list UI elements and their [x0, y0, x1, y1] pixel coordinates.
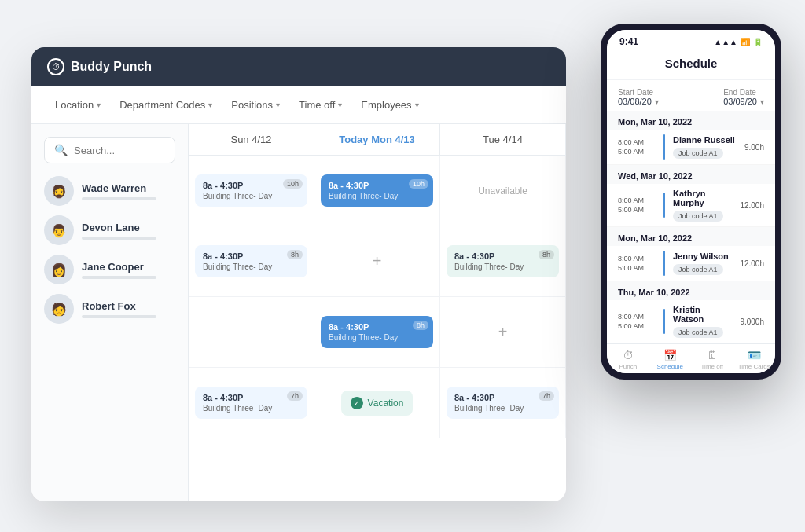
- grid-cell[interactable]: +: [314, 226, 440, 296]
- phone-shift-name: Dianne Russell: [673, 135, 737, 145]
- phone-nav-timeoff[interactable]: 🗓 Time off: [691, 349, 733, 370]
- search-icon: 🔍: [54, 144, 68, 156]
- phone-day-header: Wed, Mar 10, 2022: [607, 165, 775, 184]
- grid-cell[interactable]: 8a - 4:30P Building Three- Day 7h: [440, 368, 566, 438]
- phone-status-bar: 9:41 ▲▲▲ 📶 🔋: [607, 30, 775, 50]
- phone-shift-times: 8:00 AM 5:00 AM: [618, 313, 656, 330]
- employee-bar: [82, 276, 156, 279]
- list-item[interactable]: 🧑 Robert Fox: [44, 294, 175, 324]
- grid-cell[interactable]: 8a - 4:30P Building Three- Day 8h: [440, 226, 566, 296]
- phone-header: Schedule: [607, 50, 775, 80]
- end-date-label: End Date: [723, 88, 764, 97]
- signal-icon: ▲▲▲: [714, 38, 737, 46]
- chevron-icon: ▾: [276, 101, 280, 109]
- shift-card-teal[interactable]: 8a - 4:30P Building Three- Day 8h: [447, 245, 559, 277]
- grid-cell[interactable]: 8a - 4:30P Building Three- Day 10h: [314, 156, 440, 226]
- phone-day-header: Mon, Mar 10, 2022: [607, 111, 775, 130]
- nav-positions[interactable]: Positions ▾: [223, 94, 288, 116]
- search-box[interactable]: 🔍: [44, 137, 175, 163]
- search-input[interactable]: [74, 145, 165, 156]
- phone-nav-timecards[interactable]: 🪪 Time Cards: [733, 349, 776, 370]
- employee-list: 🧔 Wade Warren 👨 Devon Lane 👩: [44, 176, 175, 324]
- employee-name: Jane Cooper: [82, 261, 175, 273]
- grid-cell[interactable]: 8a - 4:30P Building Three- Day 8h: [189, 226, 314, 296]
- chevron-icon: ▾: [97, 101, 101, 109]
- punch-label: Punch: [619, 363, 637, 370]
- list-item[interactable]: 👩 Jane Cooper: [44, 255, 175, 284]
- shift-time: 8a - 4:30P: [203, 251, 300, 261]
- col-header-mon: Today Mon 4/13: [314, 124, 440, 155]
- grid-cell[interactable]: 8a - 4:30P Building Three- Day 7h: [189, 368, 314, 438]
- avatar: 👨: [44, 215, 74, 245]
- desktop-app: ⏱ Buddy Punch Location ▾ Department Code…: [31, 47, 566, 501]
- phone-time: 9:41: [619, 36, 638, 47]
- shift-card-today[interactable]: 8a - 4:30P Building Three- Day 10h: [321, 174, 433, 207]
- phone-date-row[interactable]: Start Date 03/08/20 ▾ End Date 03/09/20 …: [607, 80, 775, 111]
- nav-department[interactable]: Department Codes ▾: [112, 94, 220, 116]
- shift-card[interactable]: 8a - 4:30P Building Three- Day 7h: [195, 387, 307, 419]
- shift-badge: 10h: [283, 179, 303, 189]
- unavailable-label: Unavailable: [478, 185, 527, 196]
- list-item[interactable]: 🧔 Wade Warren: [44, 176, 175, 206]
- phone-shift-times: 8:00 AM 5:00 AM: [618, 196, 656, 214]
- nav-location[interactable]: Location ▾: [47, 94, 108, 116]
- employee-info: Wade Warren: [82, 182, 175, 200]
- list-item[interactable]: 👨 Devon Lane: [44, 215, 175, 245]
- battery-icon: 🔋: [753, 38, 763, 46]
- phone-shift-item[interactable]: 8:00 AM 5:00 AM Kristin Watson Job code …: [607, 300, 775, 343]
- grid-cell[interactable]: 8a - 4:30P Building Three- Day 10h: [189, 156, 314, 226]
- nav-employees[interactable]: Employees ▾: [353, 94, 426, 116]
- shift-time: 8a - 4:30P: [454, 393, 551, 402]
- timecards-icon: 🪪: [748, 349, 761, 361]
- employee-info: Devon Lane: [82, 222, 175, 240]
- phone-title: Schedule: [619, 57, 763, 70]
- phone-shift-item[interactable]: 8:00 AM 5:00 AM Dianne Russell Job code …: [607, 130, 775, 165]
- add-shift-button[interactable]: +: [498, 323, 508, 341]
- phone-shift-times: 8:00 AM 5:00 AM: [618, 138, 656, 156]
- app-nav: Location ▾ Department Codes ▾ Positions …: [31, 86, 566, 124]
- grid-cell: [189, 297, 314, 367]
- phone-shift-info: Kristin Watson Job code A1: [673, 305, 732, 338]
- phone-nav-punch[interactable]: ⏱ Punch: [607, 349, 649, 370]
- phone-shift-hours: 12.00h: [740, 201, 764, 210]
- shift-card[interactable]: 8a - 4:30P Building Three- Day 7h: [447, 387, 559, 419]
- app-body: 🔍 🧔 Wade Warren 👨 Devon Lane: [31, 124, 566, 501]
- phone-content: Mon, Mar 10, 2022 8:00 AM 5:00 AM Dianne…: [607, 111, 775, 343]
- chevron-icon: ▾: [208, 101, 212, 109]
- employee-bar: [82, 237, 156, 240]
- phone-shift-end: 5:00 AM: [618, 148, 656, 156]
- shift-location: Building Three- Day: [454, 262, 551, 271]
- shift-card[interactable]: 8a - 4:30P Building Three- Day 8h: [195, 245, 307, 277]
- timeoff-icon: 🗓: [707, 349, 718, 361]
- shift-card-today[interactable]: 8a - 4:30P Building Three- Day 8h: [321, 316, 433, 348]
- phone-shift-item[interactable]: 8:00 AM 5:00 AM Kathryn Murphy Job code …: [607, 184, 775, 227]
- shift-location: Building Three- Day: [203, 404, 300, 413]
- phone-nav-schedule[interactable]: 📅 Schedule: [649, 349, 692, 370]
- schedule-label: Schedule: [657, 363, 683, 370]
- timecards-label: Time Cards: [738, 363, 770, 370]
- phone-job-badge: Job code A1: [673, 211, 723, 222]
- add-shift-button[interactable]: +: [373, 252, 382, 270]
- nav-timeoff[interactable]: Time off ▾: [291, 94, 350, 116]
- shift-badge: 7h: [287, 391, 303, 401]
- shift-divider: [663, 134, 665, 160]
- phone-shift-start: 8:00 AM: [618, 196, 656, 204]
- shift-divider: [663, 309, 665, 334]
- employee-name: Devon Lane: [82, 222, 175, 233]
- grid-header: Sun 4/12 Today Mon 4/13 Tue 4/14 Tu: [189, 124, 566, 156]
- chevron-icon: ▾: [338, 101, 342, 109]
- col-header-sun: Sun 4/12: [189, 124, 314, 155]
- shift-location: Building Three- Day: [454, 404, 551, 413]
- punch-icon: ⏱: [623, 349, 634, 361]
- shift-badge: 8h: [287, 250, 303, 259]
- shift-badge: 8h: [539, 250, 554, 259]
- start-date-group: Start Date 03/08/20 ▾: [618, 88, 659, 106]
- grid-cell[interactable]: 8a - 4:30P Building Three- Day 8h: [314, 297, 440, 367]
- phone-shift-start: 8:00 AM: [618, 138, 656, 146]
- phone-shift-name: Kathryn Murphy: [673, 189, 732, 207]
- phone-day-header: Mon, Mar 10, 2022: [607, 227, 775, 246]
- grid-cell[interactable]: +: [440, 297, 566, 367]
- shift-card[interactable]: 8a - 4:30P Building Three- Day 10h: [195, 174, 307, 207]
- phone-shift-item[interactable]: 8:00 AM 5:00 AM Jenny Wilson Job code A1…: [607, 246, 775, 281]
- phone-shift-name: Jenny Wilson: [673, 251, 732, 261]
